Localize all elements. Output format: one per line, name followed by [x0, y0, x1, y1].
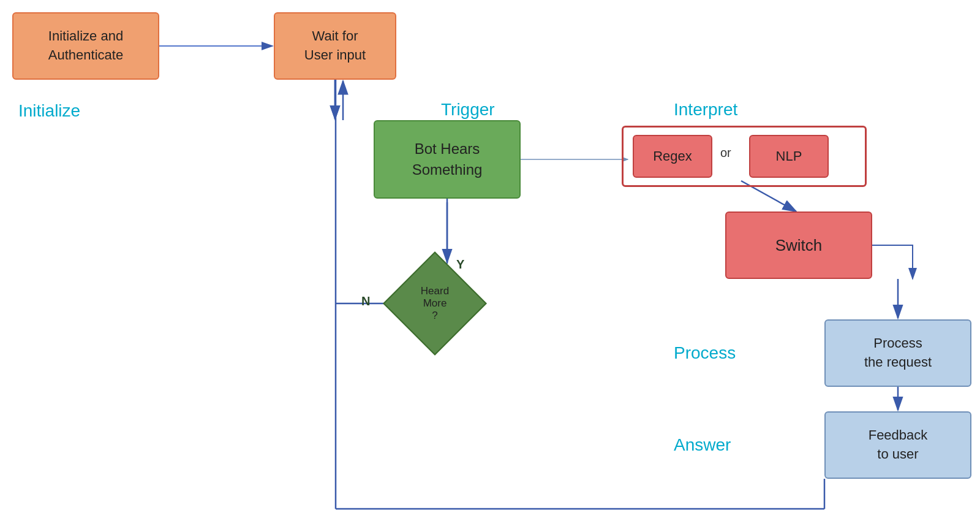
interpret-container: Regex or NLP — [622, 126, 867, 187]
node-regex: Regex — [633, 135, 712, 178]
diagram: Initialize Trigger Interpret Process Ans… — [0, 0, 980, 526]
label-interpret: Interpret — [674, 100, 737, 120]
node-bot-hears: Bot HearsSomething — [374, 120, 521, 199]
node-switch: Switch — [725, 212, 872, 279]
node-feedback: Feedbackto user — [824, 411, 971, 479]
label-answer: Answer — [674, 435, 731, 455]
node-heard-more: HeardMore? — [395, 264, 475, 343]
node-wait-for-input: Wait forUser input — [274, 12, 396, 80]
label-trigger: Trigger — [441, 100, 495, 120]
or-label: or — [720, 146, 731, 160]
label-n: N — [361, 294, 370, 308]
node-nlp: NLP — [749, 135, 829, 178]
node-process: Processthe request — [824, 319, 971, 387]
label-process: Process — [674, 343, 736, 363]
node-initialize: Initialize and Authenticate — [12, 12, 159, 80]
label-y: Y — [456, 257, 464, 272]
label-initialize: Initialize — [18, 101, 80, 121]
